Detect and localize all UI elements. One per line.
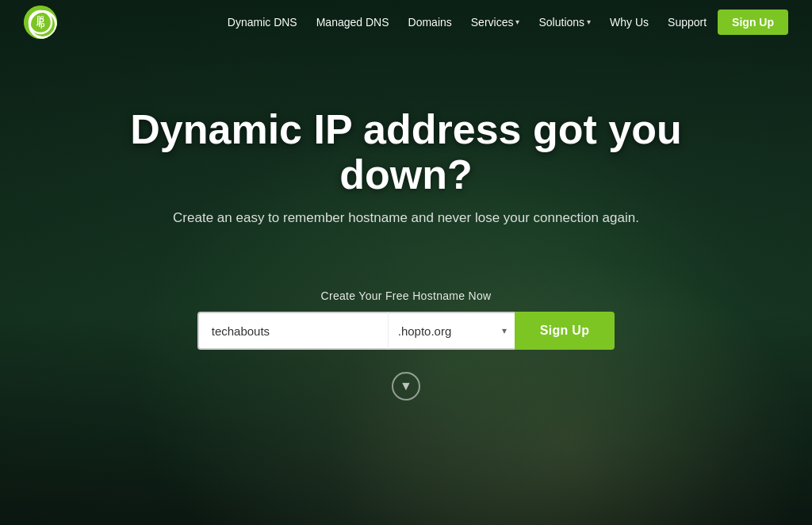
scroll-down-icon: ▼ <box>400 379 412 393</box>
nav-link-domains[interactable]: Domains <box>400 11 460 33</box>
nav-item-support[interactable]: Support <box>660 11 714 33</box>
nav-link-services[interactable]: Services ▾ <box>463 11 528 33</box>
nav-link-why-us[interactable]: Why Us <box>602 11 657 33</box>
svg-text:no: no <box>37 14 44 20</box>
domain-select-wrapper: .hopto.org .zapto.org .sytes.net .ddns.n… <box>388 312 515 350</box>
nav-link-support[interactable]: Support <box>660 11 714 33</box>
nav-item-dynamic-dns[interactable]: Dynamic DNS <box>220 11 305 33</box>
logo-svg: no -ip <box>24 6 57 39</box>
scroll-down-button[interactable]: ▼ <box>392 372 420 400</box>
svg-point-1 <box>29 11 52 33</box>
hero-content: Dynamic IP address got you down? Create … <box>0 44 812 274</box>
nav-item-domains[interactable]: Domains <box>400 11 460 33</box>
nav-item-solutions[interactable]: Solutions ▾ <box>530 11 599 33</box>
hostname-input[interactable] <box>197 312 388 350</box>
svg-text:-ip: -ip <box>36 21 45 29</box>
nav-link-managed-dns[interactable]: Managed DNS <box>308 11 397 33</box>
nav-link-solutions[interactable]: Solutions ▾ <box>530 11 599 33</box>
logo-icon: no -ip <box>24 6 57 39</box>
nav-item-managed-dns[interactable]: Managed DNS <box>308 11 397 33</box>
services-chevron-icon: ▾ <box>515 17 519 26</box>
hostname-form-label: Create Your Free Hostname Now <box>321 289 492 302</box>
nav-item-services[interactable]: Services ▾ <box>463 11 528 33</box>
nav-item-why-us[interactable]: Why Us <box>602 11 657 33</box>
hero-subtitle: Create an easy to remember hostname and … <box>173 210 639 226</box>
nav-signup-button[interactable]: Sign Up <box>718 10 788 35</box>
nav-link-dynamic-dns[interactable]: Dynamic DNS <box>220 11 305 33</box>
svg-point-0 <box>24 6 57 39</box>
nav-item-signup[interactable]: Sign Up <box>718 10 788 35</box>
scroll-indicator: ▼ <box>0 372 812 400</box>
domain-select[interactable]: .hopto.org .zapto.org .sytes.net .ddns.n… <box>388 312 515 350</box>
navbar: no -ip Dynamic DNS Managed DNS Domains S… <box>0 0 812 44</box>
hostname-form: .hopto.org .zapto.org .sytes.net .ddns.n… <box>197 312 615 350</box>
hero-title: Dynamic IP address got you down? <box>89 107 723 197</box>
logo-link[interactable]: no -ip <box>24 6 57 39</box>
solutions-chevron-icon: ▾ <box>587 17 591 26</box>
hostname-section: Create Your Free Hostname Now .hopto.org… <box>0 274 812 350</box>
nav-links: Dynamic DNS Managed DNS Domains Services… <box>220 10 788 35</box>
signup-form-button[interactable]: Sign Up <box>515 312 615 350</box>
